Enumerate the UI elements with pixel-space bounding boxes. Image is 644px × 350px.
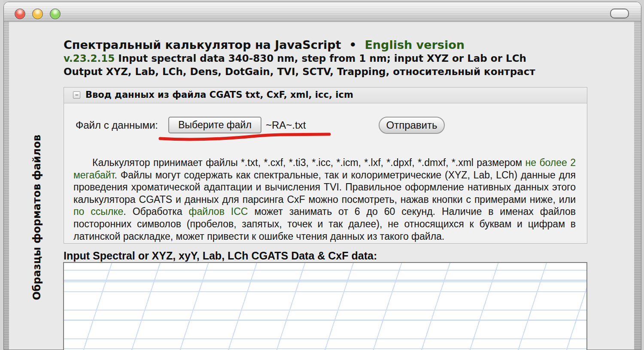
subtitle-line2: Output XYZ, Lab, LCh, Dens, DotGain, TVI…	[64, 65, 596, 78]
english-version-link[interactable]: English version	[365, 38, 465, 51]
selected-filename: ~RA~.txt	[266, 119, 306, 131]
icc-files-link[interactable]: файлов ICC	[189, 206, 248, 217]
desc-part1: Калькулятор принимает файлы *.txt, *.cxf…	[92, 157, 526, 168]
collapse-icon[interactable]: −	[73, 91, 80, 99]
vertical-section-label: Образцы форматов файлов	[31, 135, 43, 300]
desc-part3: . Обработка	[123, 206, 188, 217]
file-input-label: Файл с данными:	[76, 119, 158, 131]
page-header: Спектральный калькулятор на JavaScript •…	[64, 38, 596, 78]
panel-title: Ввод данных из файла CGATS txt, CxF, xml…	[85, 90, 353, 100]
choose-file-button[interactable]: Выберите файл	[168, 117, 261, 133]
subtitle-line1: v.23.2.15 Input spectral data 340-830 nm…	[64, 52, 596, 65]
desc-part2: . Файлы могут содержать как спектральные…	[73, 169, 576, 205]
page-title: Спектральный калькулятор на JavaScript	[64, 38, 341, 51]
bullet-separator: •	[349, 38, 356, 51]
cgats-data-textarea[interactable]	[63, 262, 587, 350]
screenshot-root: Образцы форматов файлов Спектральный кал…	[0, 0, 644, 350]
panel-description: Калькулятор принимает файлы *.txt, *.cxf…	[73, 157, 576, 242]
submit-button[interactable]: Отправить	[379, 117, 445, 134]
input-data-heading: Input Spectral or XYZ, xyY, Lab, LCh CGA…	[64, 250, 377, 262]
version-label: v.23.2.15	[64, 53, 115, 64]
page-title-line: Спектральный калькулятор на JavaScript •…	[64, 38, 596, 52]
panel-header[interactable]: − Ввод данных из файла CGATS txt, CxF, x…	[64, 88, 587, 103]
file-input-panel: − Ввод данных из файла CGATS txt, CxF, x…	[64, 87, 587, 244]
subtitle-line1-text: Input spectral data 340-830 nm, step fro…	[115, 53, 526, 64]
by-link-link[interactable]: по ссылке	[73, 206, 123, 217]
